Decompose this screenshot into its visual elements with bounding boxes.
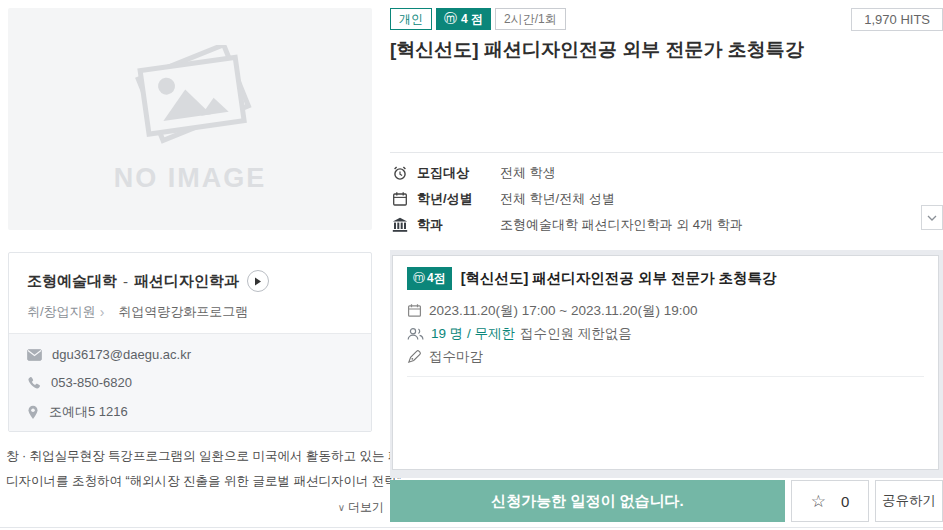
breadcrumb-chevron-icon: › <box>100 304 105 320</box>
show-more-link[interactable]: ∨더보기 <box>6 499 384 516</box>
apply-disabled-button[interactable]: 신청가능한 일정이 없습니다. <box>390 480 785 522</box>
program-description: 창 · 취업실무현장 특강프로그램의 일환으로 미국에서 활동하고 있는 패션 … <box>6 444 384 516</box>
contact-phone-row: 053-850-6820 <box>27 375 353 390</box>
org-detail-play-button[interactable] <box>247 270 269 292</box>
program-detail-page: NO IMAGE 조형예술대학 - 패션디자인학과 취/창업지원 › 취업역량강… <box>0 0 943 530</box>
schedule-card-empty-area <box>407 377 924 487</box>
info-label: 모집대상 <box>417 164 500 182</box>
badge-mileage-label: 4 점 <box>461 11 483 28</box>
action-bar: 신청가능한 일정이 없습니다. ☆ 0 공유하기 <box>390 480 943 522</box>
mail-icon <box>27 349 42 361</box>
badge-mileage: ⓜ 4 점 <box>436 8 491 30</box>
star-icon: ☆ <box>811 491 826 512</box>
info-divider <box>390 152 943 153</box>
info-row-target: 모집대상 전체 학생 <box>392 160 943 186</box>
schedule-status-row: 접수마감 <box>407 345 924 368</box>
schedule-date-row: 2023.11.20(월) 17:00 ~ 2023.11.20(월) 19:0… <box>407 299 924 322</box>
department-name: 패션디자인학과 <box>134 272 239 291</box>
page-title: [혁신선도] 패션디자인전공 외부 전문가 초청특강 <box>390 37 804 63</box>
info-row-grade-gender: 학년/성별 전체 학년/전체 성별 <box>392 186 943 212</box>
badge-personal: 개인 <box>390 8 432 30</box>
program-type: 취업역량강화프로그램 <box>118 303 248 321</box>
info-value: 조형예술대학 패션디자인학과 외 4개 학과 <box>500 216 743 234</box>
schedule-status: 접수마감 <box>429 348 483 366</box>
hits-counter: 1,970 HITS <box>851 8 943 31</box>
schedule-mileage-badge: ⓜ 4점 <box>407 267 452 290</box>
program-image-placeholder: NO IMAGE <box>8 8 372 230</box>
contact-email: dgu36173@daegu.ac.kr <box>52 347 191 362</box>
schedule-date: 2023.11.20(월) 17:00 ~ 2023.11.20(월) 19:0… <box>429 302 698 320</box>
schedule-badge-label: 4점 <box>427 270 446 287</box>
schedule-enrollment-note: 접수인원 제한없음 <box>520 325 632 343</box>
calendar-icon <box>407 303 422 318</box>
no-image-label: NO IMAGE <box>114 163 267 194</box>
share-button[interactable]: 공유하기 <box>875 480 943 522</box>
contact-phone: 053-850-6820 <box>51 375 132 390</box>
chevron-down-icon <box>927 215 937 221</box>
info-label: 학년/성별 <box>417 190 500 208</box>
org-contact-section: dgu36173@daegu.ac.kr 053-850-6820 조예대5 1… <box>9 333 371 432</box>
schedule-enrollment: 19 명 / 무제한 <box>431 325 515 343</box>
description-line: 디자이너를 초청하여 “해외시장 진출을 위한 글로벌 패션디자이너 전략” … <box>6 469 384 494</box>
pen-icon <box>407 349 422 364</box>
program-category: 취/창업지원 <box>27 303 96 321</box>
badge-row: 개인 ⓜ 4 점 2시간/1회 <box>390 8 566 30</box>
program-main-panel: 개인 ⓜ 4 점 2시간/1회 1,970 HITS [혁신선도] 패션디자인전… <box>390 0 943 530</box>
mileage-icon: ⓜ <box>413 270 425 287</box>
department-expand-button[interactable] <box>921 205 943 230</box>
calendar-icon <box>392 191 408 207</box>
schedule-capacity-row: 19 명 / 무제한 접수인원 제한없음 <box>407 322 924 345</box>
badge-duration: 2시간/1회 <box>495 8 566 30</box>
description-line: 창 · 취업실무현장 특강프로그램의 일환으로 미국에서 활동하고 있는 패션 <box>6 444 384 469</box>
map-pin-icon <box>27 405 39 420</box>
favorite-count: 0 <box>841 493 849 510</box>
schedule-card[interactable]: ⓜ 4점 [혁신선도] 패션디자인전공 외부 전문가 초청특강 2023.11.… <box>392 255 939 470</box>
favorite-button[interactable]: ☆ 0 <box>791 480 869 522</box>
organization-card: 조형예술대학 - 패션디자인학과 취/창업지원 › 취업역량강화프로그램 <box>8 252 372 432</box>
chevron-down-icon: ∨ <box>338 502 345 513</box>
play-icon <box>254 277 262 286</box>
university-icon <box>392 217 408 233</box>
info-value: 전체 학생 <box>500 164 556 182</box>
info-value: 전체 학년/전체 성별 <box>500 190 615 208</box>
show-more-label: 더보기 <box>348 500 384 514</box>
photo-icon <box>120 45 260 149</box>
contact-location: 조예대5 1216 <box>49 403 128 421</box>
info-row-department: 학과 조형예술대학 패션디자인학과 외 4개 학과 <box>392 212 943 238</box>
contact-location-row: 조예대5 1216 <box>27 403 353 421</box>
schedule-title: [혁신선도] 패션디자인전공 외부 전문가 초청특강 <box>461 269 777 288</box>
schedule-panel: ⓜ 4점 [혁신선도] 패션디자인전공 외부 전문가 초청특강 2023.11.… <box>390 250 943 478</box>
mileage-icon: ⓜ <box>444 10 457 28</box>
program-info-list: 모집대상 전체 학생 학년/성별 전체 학년/전체 성별 <box>392 160 943 238</box>
info-label: 학과 <box>417 216 500 234</box>
alarm-clock-icon <box>392 165 408 181</box>
college-name: 조형예술대학 <box>27 272 117 291</box>
college-dept-separator: - <box>123 273 128 290</box>
contact-email-row: dgu36173@daegu.ac.kr <box>27 347 353 362</box>
users-icon <box>407 327 424 341</box>
phone-icon <box>27 376 41 390</box>
